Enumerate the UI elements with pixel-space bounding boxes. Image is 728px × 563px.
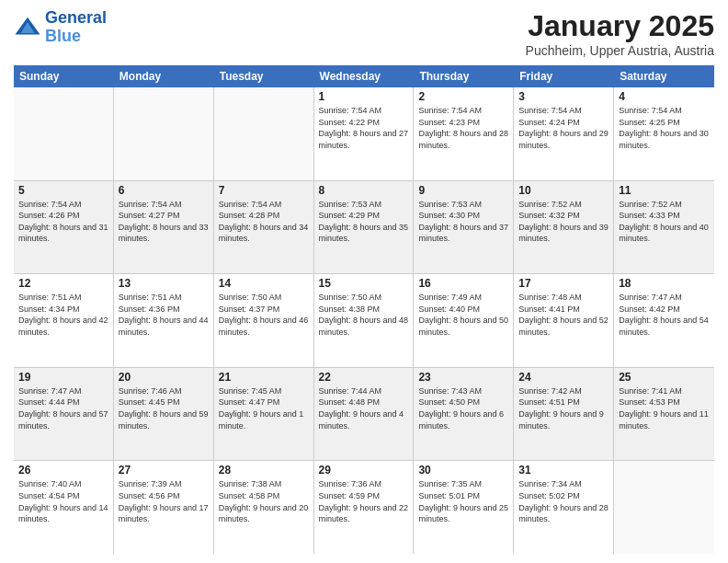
day-cell: 10Sunrise: 7:52 AMSunset: 4:32 PMDayligh… xyxy=(514,181,614,274)
day-info: Sunrise: 7:40 AMSunset: 4:54 PMDaylight:… xyxy=(18,478,108,524)
day-cell xyxy=(614,461,714,554)
day-cell: 6Sunrise: 7:54 AMSunset: 4:27 PMDaylight… xyxy=(114,181,214,274)
day-info: Sunrise: 7:42 AMSunset: 4:51 PMDaylight:… xyxy=(518,385,609,431)
day-info: Sunrise: 7:34 AMSunset: 5:02 PMDaylight:… xyxy=(518,478,609,524)
logo-icon xyxy=(14,14,41,41)
day-cell: 20Sunrise: 7:46 AMSunset: 4:45 PMDayligh… xyxy=(114,368,214,461)
location: Puchheim, Upper Austria, Austria xyxy=(526,43,714,58)
day-number: 30 xyxy=(418,464,508,477)
day-number: 1 xyxy=(319,90,409,103)
day-info: Sunrise: 7:43 AMSunset: 4:50 PMDaylight:… xyxy=(418,385,508,431)
header: General Blue January 2025 Puchheim, Uppe… xyxy=(14,9,714,58)
day-cell: 18Sunrise: 7:47 AMSunset: 4:42 PMDayligh… xyxy=(614,274,714,367)
day-cell xyxy=(114,87,214,180)
day-info: Sunrise: 7:51 AMSunset: 4:34 PMDaylight:… xyxy=(18,292,108,338)
day-info: Sunrise: 7:54 AMSunset: 4:24 PMDaylight:… xyxy=(518,105,609,151)
day-info: Sunrise: 7:54 AMSunset: 4:26 PMDaylight:… xyxy=(18,199,108,245)
day-number: 2 xyxy=(418,90,508,103)
day-number: 23 xyxy=(418,371,508,384)
day-number: 8 xyxy=(319,184,409,197)
day-info: Sunrise: 7:54 AMSunset: 4:28 PMDaylight:… xyxy=(219,199,309,245)
day-number: 26 xyxy=(18,464,108,477)
week-row-1: 1Sunrise: 7:54 AMSunset: 4:22 PMDaylight… xyxy=(14,87,714,181)
day-cell: 4Sunrise: 7:54 AMSunset: 4:25 PMDaylight… xyxy=(614,87,714,180)
day-cell: 3Sunrise: 7:54 AMSunset: 4:24 PMDaylight… xyxy=(514,87,614,180)
day-info: Sunrise: 7:50 AMSunset: 4:38 PMDaylight:… xyxy=(319,292,409,338)
day-number: 25 xyxy=(619,371,710,384)
day-cell: 9Sunrise: 7:53 AMSunset: 4:30 PMDaylight… xyxy=(414,181,514,274)
day-info: Sunrise: 7:44 AMSunset: 4:48 PMDaylight:… xyxy=(319,385,409,431)
day-number: 24 xyxy=(518,371,609,384)
day-number: 21 xyxy=(219,371,309,384)
day-number: 18 xyxy=(619,277,710,290)
day-cell xyxy=(14,87,114,180)
day-info: Sunrise: 7:50 AMSunset: 4:37 PMDaylight:… xyxy=(219,292,309,338)
day-number: 4 xyxy=(619,90,710,103)
header-saturday: Saturday xyxy=(614,65,714,87)
day-number: 20 xyxy=(119,371,209,384)
day-number: 3 xyxy=(518,90,609,103)
day-info: Sunrise: 7:47 AMSunset: 4:44 PMDaylight:… xyxy=(18,385,108,431)
day-cell: 26Sunrise: 7:40 AMSunset: 4:54 PMDayligh… xyxy=(14,461,114,554)
day-cell: 30Sunrise: 7:35 AMSunset: 5:01 PMDayligh… xyxy=(414,461,514,554)
day-number: 11 xyxy=(619,184,710,197)
day-number: 7 xyxy=(219,184,309,197)
day-cell: 11Sunrise: 7:52 AMSunset: 4:33 PMDayligh… xyxy=(614,181,714,274)
day-info: Sunrise: 7:54 AMSunset: 4:25 PMDaylight:… xyxy=(619,105,710,151)
day-cell: 15Sunrise: 7:50 AMSunset: 4:38 PMDayligh… xyxy=(314,274,415,367)
day-number: 15 xyxy=(319,277,409,290)
day-cell: 2Sunrise: 7:54 AMSunset: 4:23 PMDaylight… xyxy=(414,87,514,180)
calendar-header: Sunday Monday Tuesday Wednesday Thursday… xyxy=(14,65,714,87)
day-info: Sunrise: 7:51 AMSunset: 4:36 PMDaylight:… xyxy=(119,292,209,338)
day-info: Sunrise: 7:48 AMSunset: 4:41 PMDaylight:… xyxy=(518,292,609,338)
day-info: Sunrise: 7:53 AMSunset: 4:29 PMDaylight:… xyxy=(319,199,409,245)
day-cell: 31Sunrise: 7:34 AMSunset: 5:02 PMDayligh… xyxy=(514,461,614,554)
day-cell: 23Sunrise: 7:43 AMSunset: 4:50 PMDayligh… xyxy=(414,368,514,461)
header-thursday: Thursday xyxy=(414,65,514,87)
day-number: 12 xyxy=(18,277,108,290)
day-cell: 14Sunrise: 7:50 AMSunset: 4:37 PMDayligh… xyxy=(214,274,314,367)
day-info: Sunrise: 7:45 AMSunset: 4:47 PMDaylight:… xyxy=(219,385,309,431)
day-info: Sunrise: 7:47 AMSunset: 4:42 PMDaylight:… xyxy=(619,292,710,338)
day-info: Sunrise: 7:41 AMSunset: 4:53 PMDaylight:… xyxy=(619,385,710,431)
day-cell xyxy=(214,87,314,180)
page: General Blue January 2025 Puchheim, Uppe… xyxy=(0,0,728,563)
day-number: 19 xyxy=(18,371,108,384)
day-info: Sunrise: 7:54 AMSunset: 4:27 PMDaylight:… xyxy=(119,199,209,245)
day-number: 5 xyxy=(18,184,108,197)
calendar-body: 1Sunrise: 7:54 AMSunset: 4:22 PMDaylight… xyxy=(14,87,714,554)
calendar: Sunday Monday Tuesday Wednesday Thursday… xyxy=(14,65,714,554)
day-cell: 7Sunrise: 7:54 AMSunset: 4:28 PMDaylight… xyxy=(214,181,314,274)
day-cell: 16Sunrise: 7:49 AMSunset: 4:40 PMDayligh… xyxy=(414,274,514,367)
day-number: 14 xyxy=(219,277,309,290)
day-cell: 12Sunrise: 7:51 AMSunset: 4:34 PMDayligh… xyxy=(14,274,114,367)
day-number: 13 xyxy=(119,277,209,290)
day-info: Sunrise: 7:52 AMSunset: 4:32 PMDaylight:… xyxy=(518,199,609,245)
day-cell: 5Sunrise: 7:54 AMSunset: 4:26 PMDaylight… xyxy=(14,181,114,274)
month-title: January 2025 xyxy=(526,9,714,43)
week-row-3: 12Sunrise: 7:51 AMSunset: 4:34 PMDayligh… xyxy=(14,274,714,368)
logo-text: General Blue xyxy=(45,9,107,46)
day-info: Sunrise: 7:49 AMSunset: 4:40 PMDaylight:… xyxy=(418,292,508,338)
day-cell: 28Sunrise: 7:38 AMSunset: 4:58 PMDayligh… xyxy=(214,461,314,554)
day-number: 10 xyxy=(518,184,609,197)
day-number: 31 xyxy=(518,464,609,477)
day-cell: 21Sunrise: 7:45 AMSunset: 4:47 PMDayligh… xyxy=(214,368,314,461)
day-info: Sunrise: 7:53 AMSunset: 4:30 PMDaylight:… xyxy=(418,199,508,245)
day-info: Sunrise: 7:36 AMSunset: 4:59 PMDaylight:… xyxy=(319,478,409,524)
day-cell: 19Sunrise: 7:47 AMSunset: 4:44 PMDayligh… xyxy=(14,368,114,461)
day-number: 9 xyxy=(418,184,508,197)
day-cell: 25Sunrise: 7:41 AMSunset: 4:53 PMDayligh… xyxy=(614,368,714,461)
week-row-4: 19Sunrise: 7:47 AMSunset: 4:44 PMDayligh… xyxy=(14,368,714,462)
day-cell: 8Sunrise: 7:53 AMSunset: 4:29 PMDaylight… xyxy=(314,181,415,274)
day-cell: 24Sunrise: 7:42 AMSunset: 4:51 PMDayligh… xyxy=(514,368,614,461)
day-info: Sunrise: 7:35 AMSunset: 5:01 PMDaylight:… xyxy=(418,478,508,524)
day-number: 22 xyxy=(319,371,409,384)
header-monday: Monday xyxy=(114,65,214,87)
day-info: Sunrise: 7:52 AMSunset: 4:33 PMDaylight:… xyxy=(619,199,710,245)
header-sunday: Sunday xyxy=(14,65,114,87)
header-tuesday: Tuesday xyxy=(214,65,314,87)
logo: General Blue xyxy=(14,9,107,46)
day-info: Sunrise: 7:54 AMSunset: 4:22 PMDaylight:… xyxy=(319,105,409,151)
day-cell: 22Sunrise: 7:44 AMSunset: 4:48 PMDayligh… xyxy=(314,368,415,461)
